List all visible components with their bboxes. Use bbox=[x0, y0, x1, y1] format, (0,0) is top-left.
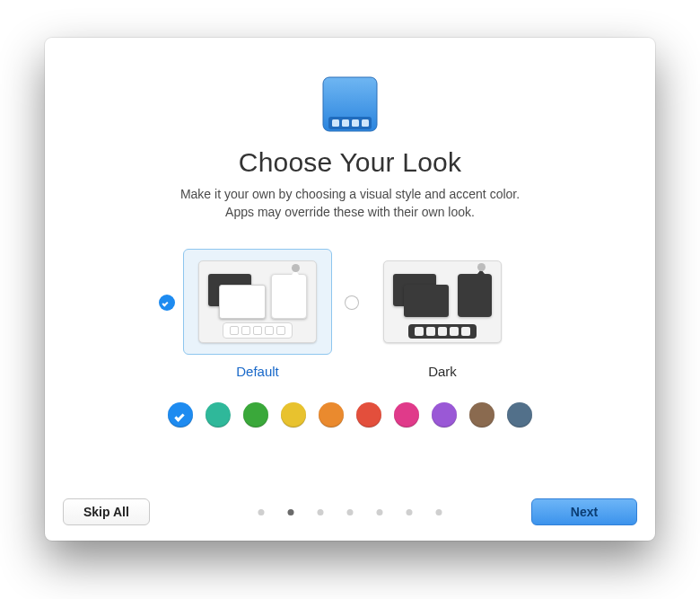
pager-dot-6[interactable] bbox=[436, 509, 442, 515]
theme-label-default: Default bbox=[236, 364, 279, 379]
svg-rect-5 bbox=[362, 119, 369, 127]
radio-default[interactable] bbox=[160, 295, 174, 310]
accent-swatch-3[interactable] bbox=[281, 402, 306, 427]
accent-swatch-9[interactable] bbox=[507, 402, 532, 427]
theme-option-default[interactable]: Default bbox=[183, 249, 332, 379]
accent-swatch-5[interactable] bbox=[356, 402, 381, 427]
skip-all-label: Skip All bbox=[83, 505, 129, 519]
next-button[interactable]: Next bbox=[531, 498, 637, 525]
theme-options: Default Dark bbox=[183, 249, 517, 379]
accent-color-row bbox=[168, 402, 532, 427]
accent-swatch-2[interactable] bbox=[243, 402, 268, 427]
svg-rect-3 bbox=[342, 119, 349, 127]
pager-dot-1[interactable] bbox=[288, 509, 294, 515]
theme-label-dark: Dark bbox=[428, 364, 457, 379]
page-subtitle: Make it your own by choosing a visual st… bbox=[180, 185, 520, 222]
subtitle-line-1: Make it your own by choosing a visual st… bbox=[180, 185, 520, 203]
svg-rect-2 bbox=[332, 119, 339, 127]
theme-preview-dark bbox=[383, 260, 502, 343]
subtitle-line-2: Apps may override these with their own l… bbox=[180, 203, 520, 221]
accent-swatch-6[interactable] bbox=[394, 402, 419, 427]
accent-swatch-7[interactable] bbox=[432, 402, 457, 427]
theme-card-default[interactable] bbox=[183, 249, 332, 355]
skip-all-button[interactable]: Skip All bbox=[63, 498, 150, 525]
pager-dot-4[interactable] bbox=[377, 509, 383, 515]
theme-option-dark[interactable]: Dark bbox=[368, 249, 517, 379]
svg-rect-4 bbox=[352, 119, 359, 127]
radio-dark[interactable] bbox=[345, 295, 359, 310]
theme-card-dark[interactable] bbox=[368, 249, 517, 355]
page-indicator bbox=[258, 509, 442, 515]
accent-swatch-8[interactable] bbox=[469, 402, 494, 427]
accent-swatch-1[interactable] bbox=[206, 402, 231, 427]
theme-preview-default bbox=[198, 260, 317, 343]
page-title: Choose Your Look bbox=[239, 147, 461, 178]
pager-dot-2[interactable] bbox=[318, 509, 324, 515]
pager-dot-3[interactable] bbox=[347, 509, 354, 515]
onboarding-panel: Choose Your Look Make it your own by cho… bbox=[45, 38, 655, 541]
pager-dot-5[interactable] bbox=[407, 509, 413, 515]
bottom-bar: Skip All Next bbox=[45, 483, 655, 541]
accent-swatch-4[interactable] bbox=[319, 402, 344, 427]
accent-swatch-0[interactable] bbox=[168, 402, 193, 427]
pager-dot-0[interactable] bbox=[258, 509, 265, 515]
appearance-icon bbox=[316, 70, 384, 138]
next-label: Next bbox=[571, 505, 598, 519]
